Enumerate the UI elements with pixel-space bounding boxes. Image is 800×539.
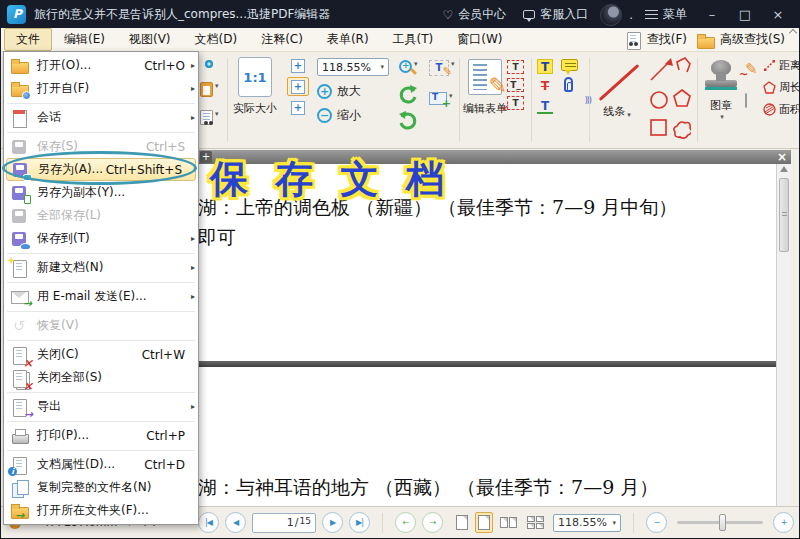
magnifier-icon	[399, 60, 412, 73]
zoom-slider-thumb[interactable]	[719, 514, 726, 531]
shape-tools[interactable]	[647, 56, 691, 147]
menu-item-save-all: 全部保存(L)	[4, 204, 198, 227]
first-page-button[interactable]: |◀	[198, 512, 219, 533]
chat-bubble-icon	[523, 10, 535, 19]
two-page-view-button[interactable]	[497, 514, 520, 531]
marquee-zoom-button[interactable]: ▾	[399, 60, 418, 73]
menu-item-save-copy[interactable]: 另存为副本(Y)...	[4, 181, 198, 204]
menu-item-session[interactable]: 会话▸	[4, 106, 198, 129]
menu-document[interactable]: 文档(D)	[183, 28, 250, 51]
doc-search-button[interactable]: ▾	[200, 110, 219, 125]
submenu-arrow-icon: ▸	[191, 61, 195, 70]
strikethrough-text-button[interactable]	[537, 79, 553, 94]
measure-distance-button[interactable]: 距离	[763, 58, 800, 73]
find-button[interactable]: 查找(F)	[647, 31, 687, 48]
export-icon	[11, 399, 29, 415]
clipboard-button[interactable]: ▾	[200, 82, 219, 97]
submenu-arrow-icon: ▸	[191, 234, 195, 243]
zoom-slider[interactable]	[677, 521, 763, 524]
menu-item-save-to[interactable]: 保存到(T)▸	[4, 227, 198, 250]
next-page-button[interactable]: ▶	[322, 512, 343, 533]
two-page-continuous-icon	[527, 516, 544, 529]
zoom-in-slider-button[interactable]: +	[773, 512, 794, 533]
menu-item-export[interactable]: 导出▸	[4, 395, 198, 418]
pencil-tool-button[interactable]: ✎	[745, 60, 758, 78]
add-content-button[interactable]: ▾	[429, 92, 453, 105]
submenu-arrow-icon: ▸	[191, 113, 195, 122]
chevron-down-icon: ▾	[627, 111, 631, 119]
save-to-cloud-icon	[11, 231, 29, 247]
zoom-out-button[interactable]: −缩小	[317, 107, 389, 124]
menu-item-close[interactable]: 关闭(C)Ctrl+W	[4, 343, 198, 366]
sticky-note-button[interactable]	[561, 59, 578, 71]
next-view-button[interactable]: →	[422, 512, 443, 533]
zoom-out-slider-button[interactable]: −	[646, 512, 667, 533]
fit-page-icon: +	[291, 59, 305, 73]
scroll-up-icon[interactable]	[780, 166, 788, 172]
zoom-select[interactable]: 118.55%▾	[317, 58, 389, 76]
scrollbar-thumb[interactable]	[779, 178, 789, 252]
menu-item-close-all[interactable]: 关闭全部(S)	[4, 366, 198, 389]
menu-item-document-properties[interactable]: 文档属性(D)...Ctrl+D	[4, 453, 198, 476]
attach-file-button[interactable]	[564, 77, 573, 92]
advanced-find-button[interactable]: 高级查找(S)	[720, 31, 785, 48]
menu-item-copy-filename[interactable]: 复制完整的文件名(N)	[4, 476, 198, 499]
previous-page-button[interactable]: ◀	[225, 512, 246, 533]
edit-form-label: 编辑表单	[463, 101, 507, 116]
menu-view[interactable]: 视图(V)	[117, 28, 183, 51]
two-page-continuous-button[interactable]	[524, 513, 547, 532]
typewriter-tool-button[interactable]	[507, 78, 524, 92]
menu-item-open-folder-location[interactable]: 打开所在文件夹(F)...	[4, 499, 198, 522]
menu-item-save-as[interactable]: 另存为(A)...Ctrl+Shift+S	[6, 158, 196, 181]
zoom-out-icon: −	[317, 108, 332, 123]
highlight-text-button[interactable]	[537, 59, 553, 74]
menu-item-open[interactable]: 打开(O)...Ctrl+O▸	[4, 54, 198, 77]
window-title: 旅行的意义并不是告诉别人_compres...迅捷PDF编辑器	[34, 6, 330, 23]
eraser-tool-button[interactable]	[745, 94, 747, 107]
fit-page-button[interactable]: +	[287, 56, 309, 75]
menu-item-send-email[interactable]: 用 E-mail 发送(E)...▸	[4, 285, 198, 308]
previous-view-button[interactable]: ←	[395, 512, 416, 533]
line-tool-button[interactable]: 线条▾	[595, 62, 639, 119]
user-avatar[interactable]	[600, 4, 622, 26]
measure-perimeter-button[interactable]: 周长	[763, 80, 800, 95]
actual-size-button[interactable]: 1:1 实际大小	[233, 57, 277, 116]
edit-text-button[interactable]: ▾	[429, 60, 455, 76]
measure-area-button[interactable]: 面积	[763, 102, 800, 117]
close-button[interactable]: ×	[765, 7, 791, 22]
menu-button[interactable]: 菜单	[640, 3, 692, 26]
menu-item-print[interactable]: 打印(P)...Ctrl+P	[4, 424, 198, 447]
rotate-left-button[interactable]	[397, 84, 419, 109]
menu-file[interactable]: 文件	[4, 28, 52, 51]
statusbar-zoom-select[interactable]: 118.55%▾	[553, 514, 621, 532]
chevron-down-icon: ▾	[612, 519, 616, 527]
zoom-in-button[interactable]: +放大	[317, 83, 389, 100]
continuous-view-button[interactable]	[475, 512, 493, 533]
stamp-button[interactable]: 图章 ▾	[703, 60, 739, 121]
member-center-button[interactable]: ♡ 会员中心	[437, 3, 511, 26]
close-document-icon[interactable]: ×	[777, 150, 787, 164]
page-number-input[interactable]: 1 / 15	[252, 513, 316, 533]
single-page-view-button[interactable]	[453, 512, 471, 533]
menu-comment[interactable]: 注释(C)	[249, 28, 315, 51]
rotate-right-button[interactable]	[397, 110, 419, 135]
support-button[interactable]: 客服入口	[518, 3, 593, 26]
vertical-scrollbar[interactable]	[776, 164, 791, 508]
edit-form-button[interactable]: 编辑表单	[463, 59, 507, 116]
textbox-tool-button[interactable]	[507, 60, 524, 74]
menu-window[interactable]: 窗口(W)	[445, 28, 514, 51]
underline-text-button[interactable]	[537, 99, 553, 114]
callout-tool-button[interactable]	[507, 96, 524, 110]
minimize-button[interactable]: –	[699, 7, 725, 22]
close-all-icon	[11, 370, 29, 386]
fit-visible-button[interactable]: +	[287, 98, 309, 117]
menu-edit[interactable]: 编辑(E)	[52, 28, 117, 51]
menu-form[interactable]: 表单(R)	[315, 28, 381, 51]
actual-size-icon: 1:1	[238, 57, 272, 97]
fit-width-button[interactable]: +	[287, 77, 309, 96]
menu-item-new-document[interactable]: 新建文档(N)▸	[4, 256, 198, 279]
menu-item-open-from[interactable]: 打开自(F)▸	[4, 77, 198, 100]
menu-tools[interactable]: 工具(T)	[381, 28, 446, 51]
maximize-button[interactable]: □	[732, 7, 758, 22]
last-page-button[interactable]: ▶|	[349, 512, 370, 533]
